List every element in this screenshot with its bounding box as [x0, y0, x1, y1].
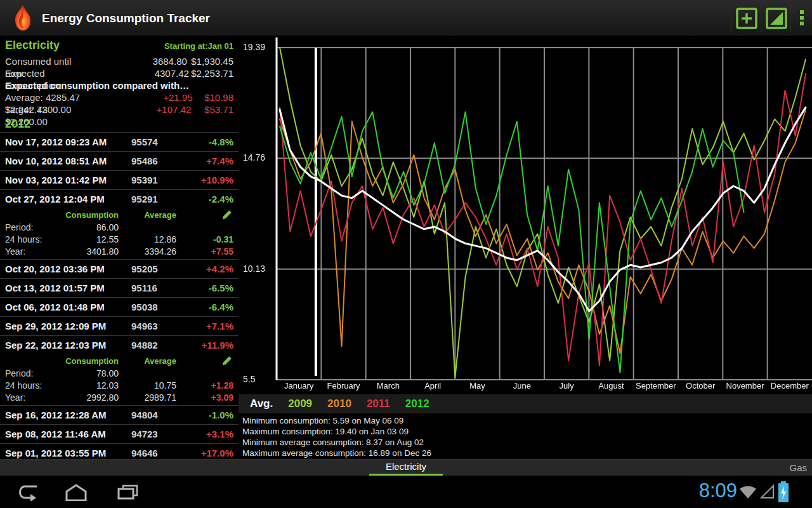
- reading-date: Oct 13, 2012 01:57 PM: [5, 279, 105, 297]
- detail-average-value: 2989.71: [144, 392, 176, 404]
- reading-row[interactable]: Oct 20, 2012 03:36 PM95205+4.2%: [0, 259, 239, 278]
- add-icon: [735, 7, 758, 30]
- edit-pencil-icon[interactable]: [221, 210, 232, 220]
- reading-percent-change: -2.4%: [209, 190, 233, 208]
- reading-date: Oct 20, 2012 03:36 PM: [5, 260, 105, 278]
- detail-consumption-value: 78.00: [96, 368, 119, 380]
- readings-panel: Electricity Starting at:Jan 01 Consumed …: [0, 36, 239, 459]
- reading-row[interactable]: Oct 27, 2012 12:04 PM95291-2.4%: [0, 189, 239, 208]
- reading-row[interactable]: Nov 10, 2012 08:51 AM95486+7.4%: [0, 151, 239, 170]
- stat-max-consumption: Maximum consumption: 19.40 on Jan 03 09: [242, 426, 807, 437]
- stat-max-average: Maximum average consumption: 16.89 on De…: [242, 448, 807, 458]
- stat-min-average: Minimum average consumption: 8.37 on Aug…: [242, 437, 807, 448]
- action-bar: Energy Consumption Tracker: [0, 0, 812, 36]
- legend-item-2009[interactable]: 2009: [288, 398, 312, 410]
- chart-panel: Consumption per 24 hours Avg.20092010201…: [239, 36, 812, 459]
- legend-item-2012[interactable]: 2012: [405, 398, 429, 410]
- detail-delta-value: +3.09: [211, 392, 233, 404]
- detail-consumption-value: 2992.80: [86, 392, 119, 404]
- detail-label: 24 hours:: [5, 234, 42, 246]
- legend-item-avg[interactable]: Avg.: [250, 398, 273, 410]
- overflow-menu-button[interactable]: [791, 0, 812, 36]
- wifi-icon: [738, 484, 757, 500]
- reading-row[interactable]: Oct 06, 2012 01:48 PM95038-6.4%: [0, 297, 239, 316]
- chart-icon: [765, 7, 788, 30]
- consumed-cost: $1,930.45: [187, 55, 233, 67]
- reading-row[interactable]: Nov 03, 2012 01:42 PM95391+10.9%: [0, 170, 239, 189]
- chart-stats: Minimum consumption: 5.59 on May 06 09 M…: [242, 415, 807, 458]
- reading-row[interactable]: Sep 08, 2012 11:46 AM94723+3.1%: [0, 424, 239, 443]
- back-icon[interactable]: [15, 483, 39, 501]
- target-delta: +107.42: [105, 104, 191, 116]
- consumed-label: Consumed until now:: [5, 55, 93, 67]
- reading-percent-change: +3.1%: [206, 425, 233, 443]
- detail-col-consumption: Consumption: [65, 354, 119, 368]
- reading-row[interactable]: Nov 17, 2012 09:23 AM95574-4.8%: [0, 132, 239, 151]
- reading-row[interactable]: Sep 16, 2012 12:28 AM94804-1.0%: [0, 405, 239, 424]
- reading-date: Nov 03, 2012 01:42 PM: [5, 171, 107, 189]
- consumption-chart[interactable]: [239, 36, 812, 392]
- reading-row[interactable]: Sep 22, 2012 12:03 PM94882+11.9%: [0, 335, 239, 354]
- chart-view-button[interactable]: [761, 0, 791, 36]
- reading-percent-change: -1.0%: [209, 406, 233, 424]
- legend-item-2010[interactable]: 2010: [327, 398, 351, 410]
- reading-date: Sep 29, 2012 12:09 PM: [5, 317, 106, 335]
- reading-meter-value: 95391: [131, 171, 158, 189]
- expected-cost: $2,253.71: [189, 67, 233, 79]
- detail-label: Period:: [5, 368, 33, 380]
- detail-label: Year:: [5, 392, 25, 404]
- recents-icon[interactable]: [115, 483, 140, 501]
- detail-row: Year:3401.803394.26+7.55: [0, 246, 239, 258]
- reading-date: Sep 08, 2012 11:46 AM: [5, 425, 106, 443]
- detail-label: Period:: [5, 222, 33, 234]
- reading-meter-value: 94804: [131, 406, 158, 424]
- detail-delta-value: -0.31: [213, 234, 233, 246]
- detail-consumption-value: 3401.80: [86, 246, 119, 258]
- tab-electricity[interactable]: Electricity: [369, 460, 443, 476]
- reading-row[interactable]: Oct 13, 2012 01:57 PM95116-6.5%: [0, 278, 239, 297]
- expected-value: 4307.42: [99, 67, 189, 79]
- compare-header: Expected consumption compared with…: [5, 79, 233, 91]
- add-reading-button[interactable]: [731, 0, 761, 36]
- legend-item-2011[interactable]: 2011: [367, 398, 390, 410]
- home-icon[interactable]: [63, 483, 89, 501]
- detail-average-value: 10.75: [154, 380, 176, 392]
- stat-min-consumption: Minimum consumption: 5.59 on May 06 09: [242, 415, 807, 426]
- reading-percent-change: +4.2%: [206, 260, 233, 278]
- tab-gas[interactable]: Gas: [789, 460, 807, 476]
- reading-meter-value: 94882: [131, 336, 158, 354]
- reading-percent-change: -4.8%: [209, 133, 233, 151]
- reading-date: Nov 17, 2012 09:23 AM: [5, 133, 107, 151]
- reading-date: Oct 06, 2012 01:48 PM: [5, 298, 105, 316]
- expected-label: Expected consumption:: [5, 67, 99, 79]
- reading-date: Sep 22, 2012 12:03 PM: [5, 336, 106, 354]
- app-title: Energy Consumption Tracker: [42, 0, 210, 36]
- reading-date: Oct 27, 2012 12:04 PM: [5, 190, 105, 208]
- reading-meter-value: 95116: [131, 279, 157, 297]
- edit-pencil-icon[interactable]: [221, 356, 232, 366]
- detail-consumption-value: 86.00: [96, 222, 119, 234]
- reading-date: Nov 10, 2012 08:51 AM: [5, 152, 107, 170]
- detail-row: 24 hours:12.0310.75+1.28: [0, 380, 239, 392]
- reading-percent-change: +10.9%: [201, 171, 233, 189]
- detail-average-value: 3394.26: [144, 246, 176, 258]
- average-delta: +21.95: [110, 91, 193, 104]
- pager-tab-strip: Electricity Gas: [0, 459, 812, 476]
- detail-label: Year:: [5, 246, 25, 258]
- summary-block: Electricity Starting at:Jan 01 Consumed …: [0, 36, 239, 132]
- detail-row: Period:86.00: [0, 222, 239, 234]
- reading-row[interactable]: Sep 29, 2012 12:09 PM94963+7.1%: [0, 316, 239, 335]
- system-nav-bar: 8:09: [0, 476, 812, 508]
- detail-col-consumption: Consumption: [65, 208, 119, 222]
- status-clock[interactable]: 8:09: [699, 479, 737, 502]
- starting-at-label: Starting at:Jan 01: [164, 41, 233, 51]
- reading-meter-value: 95205: [131, 260, 158, 278]
- target-compare-label: Target: 4200.00 $2,200.00: [5, 104, 105, 116]
- reading-detail: ConsumptionAveragePeriod:78.0024 hours:1…: [0, 354, 239, 405]
- target-delta-cost: $53.71: [191, 104, 233, 116]
- energy-type-label: Electricity: [5, 39, 60, 52]
- detail-average-value: 12.86: [154, 234, 176, 246]
- overflow-icon: [799, 10, 804, 26]
- reading-meter-value: 94963: [131, 317, 158, 335]
- reading-percent-change: +7.1%: [206, 317, 233, 335]
